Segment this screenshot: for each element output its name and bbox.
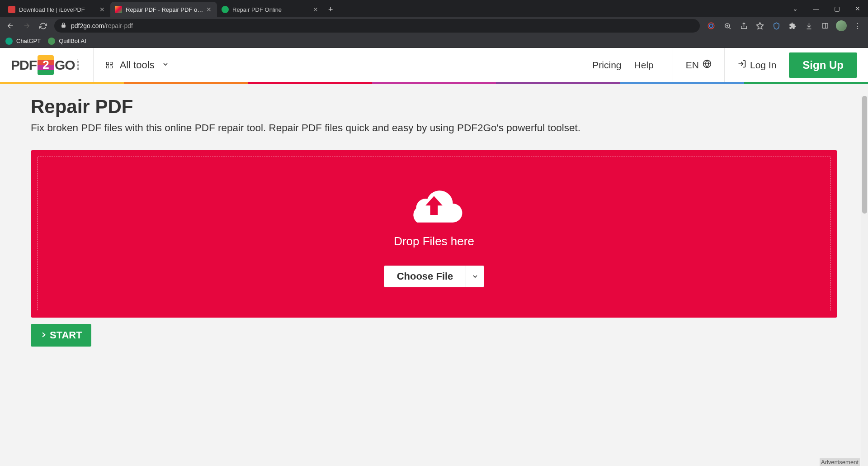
bookmark-label: ChatGPT	[16, 38, 41, 44]
share-icon[interactable]	[737, 19, 750, 33]
forward-button[interactable]	[20, 19, 33, 33]
avatar-icon	[836, 20, 847, 31]
start-button[interactable]: START	[31, 324, 91, 347]
cloud-upload-icon	[402, 181, 466, 228]
window-controls: ⌄ — ▢ ✕	[785, 0, 868, 17]
content: Repair PDF Fix broken PDF files with thi…	[0, 84, 868, 347]
back-button[interactable]	[4, 19, 17, 33]
site-logo[interactable]: PDF 2 GO .com	[11, 55, 80, 75]
extensions-icon[interactable]	[786, 19, 799, 33]
all-tools-label: All tools	[120, 59, 155, 71]
divider	[673, 48, 673, 82]
sidepanel-icon[interactable]	[818, 19, 832, 33]
tab-title: Repair PDF - Repair PDF online &	[126, 6, 203, 13]
address-bar: pdf2go.com/repair-pdf ⋮	[0, 17, 868, 34]
browser-tab[interactable]: Repair PDF - Repair PDF online & ✕	[110, 2, 217, 17]
heart-icon	[8, 6, 15, 13]
shield-icon[interactable]	[769, 19, 783, 33]
minimize-icon[interactable]: —	[806, 5, 826, 12]
kebab-menu-icon[interactable]: ⋮	[851, 19, 864, 33]
url-domain: pdf2go.com	[71, 22, 104, 29]
svg-point-0	[708, 23, 714, 29]
login-label: Log In	[750, 60, 776, 71]
file-dropzone[interactable]: Drop Files here Choose File	[31, 150, 837, 318]
globe-icon	[703, 59, 712, 71]
maximize-icon[interactable]: ▢	[826, 5, 847, 12]
downloads-icon[interactable]	[802, 19, 816, 33]
bookmark-quillbot[interactable]: QuillBot AI	[48, 38, 86, 45]
chevron-right-icon	[40, 329, 47, 341]
signup-button[interactable]: Sign Up	[789, 52, 857, 78]
quillbot-icon	[48, 38, 55, 45]
chevron-down-icon[interactable]: ⌄	[785, 5, 806, 12]
chevron-down-icon	[162, 61, 169, 70]
dropzone-text: Drop Files here	[394, 234, 474, 248]
grid-icon	[106, 62, 113, 68]
divider	[182, 48, 182, 82]
bookmark-chatgpt[interactable]: ChatGPT	[5, 38, 41, 45]
svg-point-1	[709, 24, 713, 28]
lang-label: EN	[686, 60, 699, 71]
page-viewport: PDF 2 GO .com All tools Pricing Help EN	[0, 48, 868, 466]
close-icon[interactable]: ✕	[99, 5, 106, 14]
browser-tab[interactable]: Repair PDF Online ✕	[217, 2, 324, 17]
logo-text-pdf: PDF	[11, 57, 37, 73]
scrollbar-thumb[interactable]	[862, 96, 867, 214]
browser-tab-strip: Download file | iLovePDF ✕ Repair PDF - …	[0, 0, 868, 17]
divider	[93, 48, 94, 82]
pdf2go-favicon-icon	[115, 6, 122, 13]
divider	[724, 48, 725, 82]
all-tools-dropdown[interactable]: All tools	[106, 59, 169, 71]
url-path: /repair-pdf	[104, 22, 133, 29]
choose-file-group: Choose File	[384, 266, 485, 287]
nav-pricing[interactable]: Pricing	[592, 60, 621, 71]
profile-avatar[interactable]	[835, 19, 848, 33]
new-tab-button[interactable]: +	[324, 2, 338, 17]
chatgpt-icon	[5, 38, 13, 45]
nav-help[interactable]: Help	[634, 60, 654, 71]
choose-file-dropdown[interactable]	[466, 266, 484, 287]
tab-title: Download file | iLovePDF	[19, 6, 97, 13]
login-button[interactable]: Log In	[737, 59, 776, 71]
close-window-icon[interactable]: ✕	[847, 5, 868, 12]
bookmarks-bar: ChatGPT QuillBot AI	[0, 34, 868, 48]
logo-badge-icon: 2	[38, 55, 54, 75]
reload-button[interactable]	[36, 19, 50, 33]
logo-text-com: .com	[76, 59, 80, 71]
rainbow-divider	[0, 82, 868, 84]
login-arrow-icon	[737, 59, 746, 71]
lock-icon	[61, 22, 66, 29]
tab-title: Repair PDF Online	[232, 6, 310, 13]
google-translate-icon[interactable]	[704, 19, 718, 33]
sejda-favicon-icon	[222, 6, 229, 13]
advertisement-label: Advertisement	[820, 458, 860, 466]
page-subtitle: Fix broken PDF files with this online PD…	[31, 122, 837, 134]
start-label: START	[50, 329, 82, 341]
language-selector[interactable]: EN	[686, 59, 712, 71]
url-input[interactable]: pdf2go.com/repair-pdf	[54, 19, 700, 33]
page-title: Repair PDF	[31, 96, 837, 118]
bookmark-star-icon[interactable]	[753, 19, 767, 33]
close-icon[interactable]: ✕	[205, 5, 212, 14]
site-header: PDF 2 GO .com All tools Pricing Help EN	[0, 48, 868, 82]
bookmark-label: QuillBot AI	[59, 38, 86, 44]
browser-tab[interactable]: Download file | iLovePDF ✕	[4, 2, 110, 17]
zoom-icon[interactable]	[721, 19, 734, 33]
close-icon[interactable]: ✕	[312, 5, 319, 14]
logo-text-go: GO	[55, 57, 75, 73]
dropzone-inner: Drop Files here Choose File	[37, 157, 831, 311]
svg-rect-3	[822, 24, 828, 29]
choose-file-button[interactable]: Choose File	[384, 266, 467, 287]
